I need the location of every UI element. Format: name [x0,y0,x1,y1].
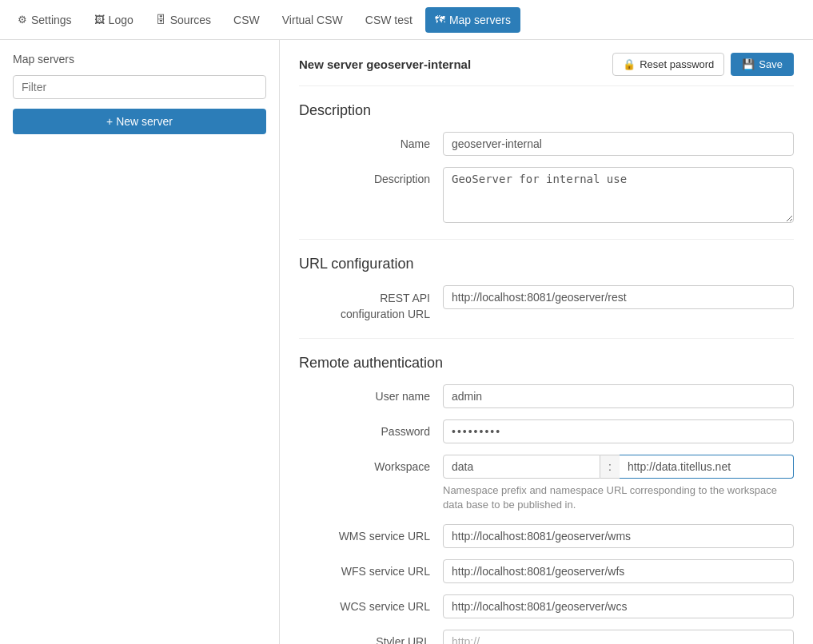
save-icon: 💾 [742,58,755,70]
auth-section-title: Remote authentication [299,355,794,372]
nav-item-sources[interactable]: 🗄 Sources [146,7,221,33]
save-button[interactable]: 💾 Save [731,53,794,76]
nav-item-settings[interactable]: ⚙ Settings [8,7,82,33]
nav-label-csw-test: CSW test [365,14,412,26]
filter-input[interactable] [13,75,266,99]
sidebar-title: Map servers [13,53,266,66]
sources-icon: 🗄 [156,14,166,26]
username-label: User name [299,384,443,403]
nav-label-logo: Logo [109,14,134,26]
wfs-label: WFS service URL [299,559,443,578]
content-header-title: New server geoserver-internal [299,58,471,71]
reset-password-label: Reset password [640,58,714,70]
nav-item-csw[interactable]: CSW [224,7,269,33]
content-header: New server geoserver-internal 🔒 Reset pa… [299,53,794,86]
header-server-name: geoserver-internal [366,58,471,71]
nav-label-virtual-csw: Virtual CSW [282,14,343,26]
auth-section: Remote authentication User name Password… [299,355,794,644]
nav-item-logo[interactable]: 🖼 Logo [85,7,143,33]
sidebar: Map servers + New server [0,40,280,644]
description-section: Description Name Description GeoServer f… [299,102,794,223]
rest-api-label: REST API configuration URL [299,285,443,322]
new-server-button[interactable]: + New server [13,109,266,134]
wms-input[interactable] [443,524,794,548]
wfs-group: WFS service URL [299,559,794,583]
description-label: Description [299,167,443,185]
workspace-input[interactable] [443,455,600,479]
password-input[interactable] [443,419,794,443]
description-textarea[interactable]: GeoServer for internal use [443,167,794,223]
main-content: New server geoserver-internal 🔒 Reset pa… [280,40,813,644]
workspace-label: Workspace [299,455,443,473]
url-section-title: URL configuration [299,256,794,272]
lock-icon: 🔒 [623,58,636,70]
workspace-separator: : [600,455,620,479]
wcs-group: WCS service URL [299,594,794,618]
nav-label-map-servers: Map servers [449,14,511,26]
wms-group: WMS service URL [299,524,794,548]
section-divider-1 [299,239,794,240]
reset-password-button[interactable]: 🔒 Reset password [612,53,724,76]
wms-label: WMS service URL [299,524,443,543]
header-prefix: New server [299,58,366,71]
username-input[interactable] [443,384,794,408]
styler-label: Styler URL [299,630,443,644]
nav-item-csw-test[interactable]: CSW test [356,7,422,33]
rest-api-group: REST API configuration URL [299,285,794,322]
username-group: User name [299,384,794,408]
styler-group: Styler URL [299,630,794,644]
section-divider-2 [299,338,794,339]
logo-icon: 🖼 [94,14,105,26]
password-label: Password [299,419,443,438]
workspace-hint: Namespace prefix and namespace URL corre… [443,483,794,512]
workspace-group: Workspace : Namespace prefix and namespa… [299,455,794,512]
rest-api-input[interactable] [443,285,794,309]
nav-item-virtual-csw[interactable]: Virtual CSW [273,7,353,33]
header-actions: 🔒 Reset password 💾 Save [612,53,794,76]
password-group: Password [299,419,794,443]
description-group: Description GeoServer for internal use [299,167,794,223]
nav-label-settings: Settings [31,14,72,26]
wfs-input[interactable] [443,559,794,583]
name-input[interactable] [443,132,794,156]
top-nav: ⚙ Settings 🖼 Logo 🗄 Sources CSW Virtual … [0,0,813,40]
wcs-label: WCS service URL [299,594,443,613]
workspace-url-input[interactable] [620,455,794,479]
new-server-button-label: + New server [106,115,173,128]
nav-label-sources: Sources [170,14,211,26]
save-label: Save [759,58,783,70]
map-servers-icon: 🗺 [435,14,445,26]
name-label: Name [299,132,443,150]
settings-icon: ⚙ [18,14,27,26]
main-layout: Map servers + New server New server geos… [0,40,813,644]
nav-item-map-servers[interactable]: 🗺 Map servers [425,7,520,33]
workspace-container: : Namespace prefix and namespace URL cor… [443,455,794,512]
wcs-input[interactable] [443,594,794,618]
nav-label-csw: CSW [233,14,260,26]
description-section-title: Description [299,102,794,119]
workspace-row: : [443,455,794,479]
styler-input[interactable] [443,630,794,644]
name-group: Name [299,132,794,156]
url-section: URL configuration REST API configuration… [299,256,794,322]
